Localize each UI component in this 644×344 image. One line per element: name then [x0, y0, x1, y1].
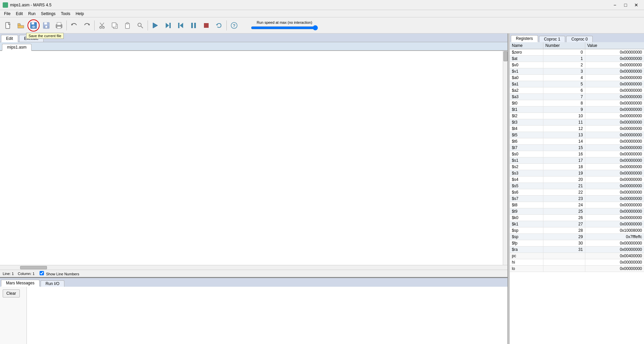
tab-edit[interactable]: Edit — [1, 35, 18, 42]
tab-coproc1[interactable]: Coproc 1 — [539, 36, 566, 42]
reg-name: $t7 — [510, 145, 543, 151]
show-line-numbers-checkbox[interactable] — [40, 271, 44, 275]
open-file-button[interactable] — [15, 19, 27, 31]
backstep-button[interactable] — [175, 19, 187, 31]
table-row: $s6220x00000000 — [510, 189, 644, 196]
vertical-scrollbar[interactable] — [503, 51, 507, 265]
table-row: $t9250x00000000 — [510, 208, 644, 215]
editor-panel: Edit Execute mips1.asm Line: 1 Column: 1… — [0, 33, 508, 344]
copy-button[interactable] — [109, 19, 121, 31]
help-button[interactable]: ? — [228, 19, 240, 31]
assemble-button[interactable] — [149, 19, 161, 31]
find-button[interactable] — [134, 19, 146, 31]
reg-number: 16 — [543, 151, 585, 157]
reg-value: 0x00000000 — [585, 145, 644, 151]
reg-name: $a1 — [510, 81, 543, 87]
save-as-button[interactable] — [40, 19, 52, 31]
reg-number: 28 — [543, 227, 585, 234]
svg-rect-34 — [204, 23, 209, 28]
svg-rect-1 — [18, 23, 20, 25]
reg-name: $t0 — [510, 100, 543, 107]
reg-value: 0x00000000 — [585, 189, 644, 196]
tab-run-io[interactable]: Run I/O — [41, 280, 64, 287]
reg-number: 3 — [543, 68, 585, 75]
file-tab-mips1[interactable]: mips1.asm — [2, 44, 32, 51]
reg-number: 26 — [543, 215, 585, 221]
table-row: $t080x00000000 — [510, 100, 644, 107]
close-button[interactable]: ✕ — [631, 1, 641, 9]
col-name: Name — [510, 42, 543, 49]
h-scroll-thumb[interactable] — [20, 266, 47, 269]
svg-rect-29 — [169, 23, 171, 28]
table-row: $t3110x00000000 — [510, 119, 644, 126]
menu-item-tools[interactable]: Tools — [58, 11, 73, 17]
step-button[interactable] — [162, 19, 174, 31]
stop-button[interactable] — [200, 19, 212, 31]
reg-value: 0x00000000 — [585, 113, 644, 119]
minimize-button[interactable]: − — [610, 1, 620, 9]
reg-name: $v0 — [510, 62, 543, 68]
tab-registers[interactable]: Registers — [511, 35, 538, 42]
reg-name: $a3 — [510, 94, 543, 100]
clear-button[interactable]: Clear — [3, 289, 20, 297]
reg-name: $at — [510, 56, 543, 62]
table-row: $t2100x00000000 — [510, 113, 644, 119]
column-status: Column: 1 — [18, 272, 35, 276]
tab-coproc0[interactable]: Coproc 0 — [566, 36, 593, 42]
menu-item-edit[interactable]: Edit — [13, 11, 25, 17]
table-row: $k1270x00000000 — [510, 221, 644, 227]
table-row: $s4200x00000000 — [510, 177, 644, 183]
new-file-button[interactable] — [2, 19, 14, 31]
print-button[interactable] — [53, 19, 65, 31]
show-line-numbers-label[interactable]: Show Line Numbers — [39, 271, 79, 276]
svg-rect-0 — [6, 22, 10, 28]
reg-number: 27 — [543, 221, 585, 227]
tab-execute[interactable]: Execute — [19, 35, 44, 42]
edit-execute-tabs: Edit Execute — [0, 33, 507, 42]
svg-point-14 — [61, 25, 62, 26]
paste-button[interactable] — [121, 19, 133, 31]
menu-item-settings[interactable]: Settings — [38, 11, 58, 17]
menu-item-file[interactable]: File — [1, 11, 13, 17]
show-line-numbers-text: Show Line Numbers — [46, 272, 79, 276]
table-row: $a040x00000000 — [510, 75, 644, 81]
scrollbar-thumb[interactable] — [503, 51, 507, 61]
reg-value: 0x00000000 — [585, 259, 644, 266]
redo-button[interactable] — [81, 19, 93, 31]
reg-number: 29 — [543, 234, 585, 240]
speed-slider[interactable] — [251, 25, 318, 30]
horizontal-scrollbar[interactable] — [0, 265, 507, 270]
table-row: $zero00x00000000 — [510, 49, 644, 56]
cut-button[interactable] — [96, 19, 108, 31]
table-row: $fp300x00000000 — [510, 240, 644, 247]
reset-button[interactable] — [213, 19, 225, 31]
message-left-panel: Clear — [0, 287, 27, 344]
menu-item-help[interactable]: Help — [73, 11, 87, 17]
reg-value: 0x00000000 — [585, 215, 644, 221]
table-row: $s3190x00000000 — [510, 170, 644, 177]
save-file-button[interactable] — [28, 19, 40, 31]
reg-number — [543, 253, 585, 259]
reg-number: 1 — [543, 56, 585, 62]
reg-number: 20 — [543, 177, 585, 183]
message-text-area[interactable] — [27, 287, 507, 344]
reg-value: 0x00000000 — [585, 208, 644, 215]
tab-mars-messages[interactable]: Mars Messages — [1, 280, 40, 287]
svg-marker-27 — [153, 23, 158, 28]
reg-number: 30 — [543, 240, 585, 247]
pause-button[interactable] — [187, 19, 200, 31]
code-editor-area[interactable] — [0, 51, 507, 265]
undo-button[interactable] — [68, 19, 80, 31]
reg-value: 0x00000000 — [585, 157, 644, 164]
reg-number: 4 — [543, 75, 585, 81]
reg-name: $sp — [510, 234, 543, 240]
svg-rect-8 — [44, 22, 47, 24]
reg-name: $a0 — [510, 75, 543, 81]
menu-item-run[interactable]: Run — [25, 11, 38, 17]
code-textarea[interactable] — [0, 51, 503, 265]
reg-number: 15 — [543, 145, 585, 151]
reg-value: 0x00000000 — [585, 126, 644, 132]
reg-number: 11 — [543, 119, 585, 126]
maximize-button[interactable]: □ — [621, 1, 631, 9]
reg-value: 0x00000000 — [585, 202, 644, 208]
